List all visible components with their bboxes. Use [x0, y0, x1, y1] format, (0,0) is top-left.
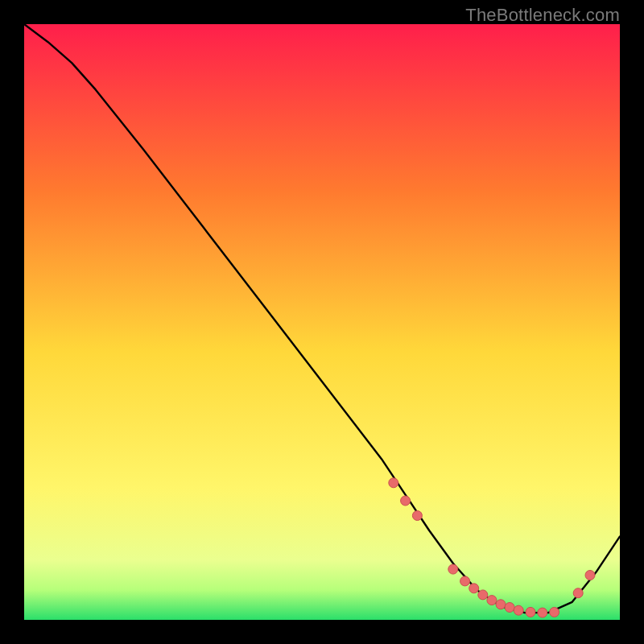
scatter-dot: [526, 607, 535, 617]
scatter-dot: [469, 584, 479, 593]
scatter-dot: [514, 605, 523, 615]
scatter-dot: [448, 564, 458, 574]
scatter-dot: [538, 608, 547, 617]
scatter-dot: [585, 571, 595, 580]
watermark-text: TheBottleneck.com: [465, 5, 620, 26]
scatter-dot: [487, 596, 497, 605]
scatter-dot: [389, 478, 398, 488]
scatter-dot: [505, 603, 514, 613]
scatter-dot: [412, 511, 422, 521]
chart-frame: [24, 24, 620, 620]
scatter-dot: [573, 588, 583, 598]
scatter-dot: [401, 496, 411, 506]
scatter-dot: [550, 607, 559, 617]
bottleneck-chart: [24, 24, 620, 620]
scatter-dot: [496, 600, 506, 609]
scatter-dot: [460, 576, 470, 586]
scatter-dot: [478, 590, 488, 600]
